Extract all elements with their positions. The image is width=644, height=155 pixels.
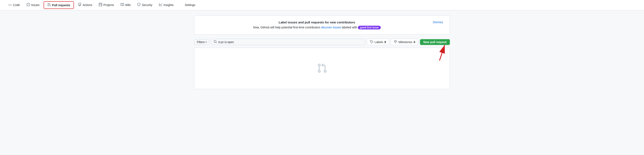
nav-settings-label: Settings xyxy=(185,3,195,7)
nav-pull-requests-label: Pull requests xyxy=(52,3,70,7)
code-icon: <> xyxy=(8,3,12,7)
nav-code[interactable]: <> Code xyxy=(5,0,23,10)
pr-empty-state xyxy=(308,55,336,82)
nav-insights[interactable]: Insights xyxy=(156,0,177,10)
labels-button[interactable]: Labels 9 xyxy=(367,39,389,45)
dismiss-button[interactable]: Dismiss xyxy=(433,20,443,24)
insights-icon xyxy=(159,3,162,7)
banner-desc-suffix: labeled with xyxy=(342,26,357,29)
labels-count: 9 xyxy=(384,40,386,44)
actions-icon xyxy=(78,3,82,7)
nav-pull-requests[interactable]: Pull requests xyxy=(44,1,74,9)
filters-dropdown-button[interactable]: Filters ▾ xyxy=(194,39,209,45)
nav-code-label: Code xyxy=(13,3,20,7)
banner-body: Label issues and pull requests for new c… xyxy=(201,20,433,29)
empty-state-icon xyxy=(317,63,327,73)
nav-actions-label: Actions xyxy=(83,3,92,7)
banner-desc-prefix: Now, GitHub will help potential first-ti… xyxy=(253,26,320,29)
filter-bar: Filters ▾ Labels 9 xyxy=(194,39,450,45)
banner-description: Now, GitHub will help potential first-ti… xyxy=(201,26,433,29)
contributor-banner: Label issues and pull requests for new c… xyxy=(194,15,450,35)
main-content: Label issues and pull requests for new c… xyxy=(189,10,455,94)
nav-wiki-label: Wiki xyxy=(125,3,130,7)
milestones-count: 0 xyxy=(414,40,415,44)
nav-actions[interactable]: Actions xyxy=(75,0,96,10)
nav-security[interactable]: Security xyxy=(134,0,156,10)
search-box xyxy=(211,39,365,45)
filters-chevron-icon: ▾ xyxy=(206,41,206,43)
milestone-icon xyxy=(394,40,397,44)
nav-insights-label: Insights xyxy=(164,3,174,7)
milestones-label: Milestones xyxy=(398,40,412,44)
milestones-button[interactable]: Milestones 0 xyxy=(391,39,418,45)
settings-icon xyxy=(180,3,184,7)
nav-wiki[interactable]: Wiki xyxy=(117,0,134,10)
pr-list-area xyxy=(194,48,450,89)
discover-issues-link[interactable]: discover issues xyxy=(321,26,341,29)
new-pull-request-button[interactable]: New pull request xyxy=(420,39,450,45)
nav-projects-label: Projects xyxy=(104,3,114,7)
top-nav: <> Code Issues Pull requests Actions xyxy=(0,0,644,10)
filter-section: Filters ▾ Labels 9 xyxy=(194,39,450,45)
nav-issues-label: Issues xyxy=(31,3,40,7)
projects-icon xyxy=(99,3,102,7)
nav-projects[interactable]: Projects xyxy=(96,0,117,10)
labels-label: Labels xyxy=(374,40,383,44)
security-icon xyxy=(137,3,140,7)
new-pr-wrapper: New pull request xyxy=(420,39,450,45)
nav-settings[interactable]: Settings xyxy=(177,0,199,10)
issues-icon xyxy=(26,3,30,7)
filters-label: Filters xyxy=(197,40,205,44)
wiki-icon xyxy=(120,3,124,7)
good-first-issue-badge: good first issue xyxy=(358,26,380,29)
search-icon xyxy=(214,40,217,44)
nav-security-label: Security xyxy=(142,3,152,7)
label-icon xyxy=(370,40,373,44)
banner-title: Label issues and pull requests for new c… xyxy=(201,20,433,24)
nav-issues[interactable]: Issues xyxy=(23,0,43,10)
search-input[interactable] xyxy=(218,40,362,44)
pull-requests-icon xyxy=(47,3,51,7)
